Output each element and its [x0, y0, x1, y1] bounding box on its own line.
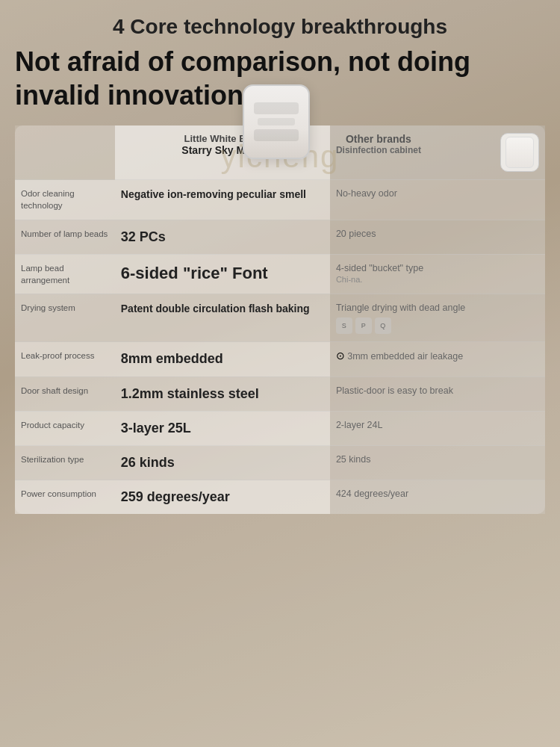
- other-value-text: Plastic-door is easy to break: [336, 385, 453, 396]
- feature-label: Door shaft design: [21, 386, 88, 395]
- leak-icon: ⊙: [336, 350, 345, 362]
- feature-name-cell: Leak-proof process: [15, 342, 115, 376]
- other-brand-title: Other brands: [336, 133, 421, 145]
- other-brand-icon: [500, 133, 539, 172]
- table-row: Power consumption259 degrees/year424 deg…: [15, 480, 545, 515]
- our-value-cell: Negative ion-removing peculiar smell: [115, 180, 330, 220]
- other-value-cell: 424 degrees/year: [330, 480, 545, 515]
- our-value-text: Patent double circulation flash baking: [121, 303, 310, 314]
- feature-label: Odor cleaning technology: [21, 189, 75, 210]
- feature-name-cell: Number of lamp beads: [15, 220, 115, 254]
- other-value-cell: Plastic-door is easy to break: [330, 376, 545, 411]
- device-slot-2: [258, 118, 295, 125]
- other-value-cell: 20 pieces: [330, 220, 545, 254]
- comparison-section: yicheng Little White Bear Starry Sky MAX…: [15, 125, 545, 514]
- feature-label: Power consumption: [21, 489, 96, 498]
- our-value-text: 6-sided "rice" Font: [121, 264, 268, 282]
- feature-label: Lamp bead arrangement: [21, 264, 69, 285]
- other-value-cell: 2-layer 24L: [330, 411, 545, 445]
- feature-label: Sterilization type: [21, 455, 84, 464]
- feature-label: Leak-proof process: [21, 351, 94, 360]
- feature-label: Drying system: [21, 303, 75, 312]
- feature-name-cell: Sterilization type: [15, 446, 115, 480]
- our-value-text: 8mm embedded: [121, 351, 223, 366]
- feature-name-cell: Lamp bead arrangement: [15, 254, 115, 294]
- our-value-cell: 259 degrees/year: [115, 480, 330, 515]
- col-header-other: Other brands Disinfection cabinet: [330, 125, 545, 180]
- feature-label: Number of lamp beads: [21, 229, 108, 238]
- product-device: [243, 84, 310, 159]
- table-row: Lamp bead arrangement6-sided "rice" Font…: [15, 254, 545, 294]
- main-content: 4 Core technology breakthroughs Not afra…: [0, 0, 560, 514]
- other-value-text: 3mm embedded air leakage: [347, 351, 463, 362]
- our-value-cell: 26 kinds: [115, 446, 330, 480]
- our-value-cell: 32 PCs: [115, 220, 330, 254]
- our-value-text: Negative ion-removing peculiar smell: [121, 188, 306, 200]
- icon-q: Q: [375, 317, 391, 334]
- our-value-cell: 6-sided "rice" Font: [115, 254, 330, 294]
- icon-p: P: [355, 317, 372, 334]
- table-row: Drying systemPatent double circulation f…: [15, 294, 545, 342]
- feature-name-cell: Drying system: [15, 294, 115, 342]
- headline: 4 Core technology breakthroughs: [15, 13, 545, 40]
- our-value-text: 3-layer 25L: [121, 421, 191, 436]
- table-row: Product capacity3-layer 25L2-layer 24L: [15, 411, 545, 445]
- feature-name-cell: Door shaft design: [15, 376, 115, 411]
- feature-name-cell: Power consumption: [15, 480, 115, 515]
- drying-icons: S P Q: [336, 317, 539, 334]
- icon-s: S: [336, 317, 352, 334]
- table-row: Leak-proof process8mm embedded⊙ 3mm embe…: [15, 342, 545, 376]
- our-value-cell: 3-layer 25L: [115, 411, 330, 445]
- our-value-text: 32 PCs: [121, 229, 166, 244]
- other-value-text: 424 degrees/year: [336, 489, 408, 499]
- other-value-text: No-heavy odor: [336, 188, 397, 199]
- comparison-table: Little White Bear Starry Sky MAX] Other …: [15, 125, 545, 514]
- our-value-cell: 1.2mm stainless steel: [115, 376, 330, 411]
- other-value-text: Triangle drying with dead angle: [336, 303, 465, 313]
- feature-label: Product capacity: [21, 421, 84, 430]
- our-value-cell: 8mm embedded: [115, 342, 330, 376]
- table-row: Sterilization type26 kinds25 kinds: [15, 446, 545, 480]
- other-brand-subtitle: Disinfection cabinet: [336, 145, 421, 155]
- other-value-note: Chi-na.: [336, 275, 539, 284]
- our-value-text: 26 kinds: [121, 455, 175, 470]
- col-header-feature: [15, 125, 115, 180]
- table-row: Odor cleaning technologyNegative ion-rem…: [15, 180, 545, 220]
- feature-name-cell: Product capacity: [15, 411, 115, 445]
- table-row: Number of lamp beads32 PCs20 pieces: [15, 220, 545, 254]
- table-row: Door shaft design1.2mm stainless steelPl…: [15, 376, 545, 411]
- product-image-container: [243, 84, 317, 167]
- other-value-text: 25 kinds: [336, 454, 371, 465]
- other-value-text: 4-sided "bucket" type: [336, 263, 423, 273]
- other-value-cell: 25 kinds: [330, 446, 545, 480]
- other-value-text: 2-layer 24L: [336, 420, 383, 430]
- other-value-cell: No-heavy odor: [330, 180, 545, 220]
- other-value-text: 20 pieces: [336, 229, 376, 239]
- our-value-text: 1.2mm stainless steel: [121, 386, 259, 401]
- other-value-cell: 4-sided "bucket" typeChi-na.: [330, 254, 545, 294]
- other-device-shape: [505, 137, 534, 168]
- our-value-cell: Patent double circulation flash baking: [115, 294, 330, 342]
- device-slot-3: [254, 129, 299, 141]
- our-value-text: 259 degrees/year: [121, 489, 230, 504]
- other-value-cell: Triangle drying with dead angle S P Q: [330, 294, 545, 342]
- device-slot-1: [254, 102, 299, 114]
- feature-name-cell: Odor cleaning technology: [15, 180, 115, 220]
- other-value-cell: ⊙ 3mm embedded air leakage: [330, 342, 545, 376]
